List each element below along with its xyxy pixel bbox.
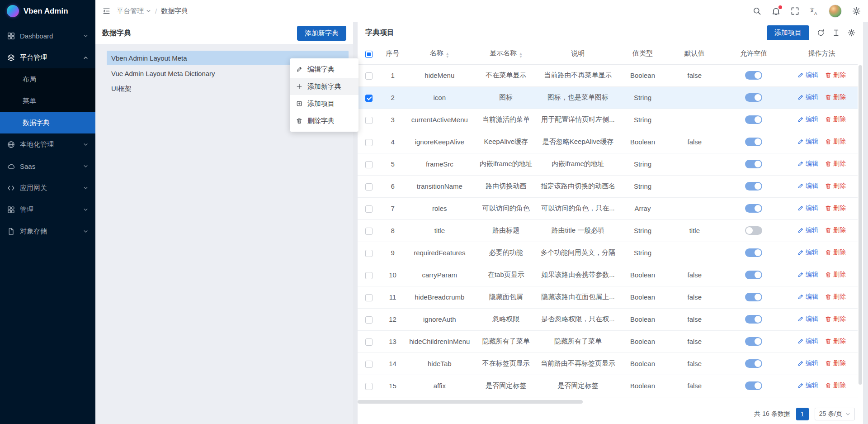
delete-button[interactable]: 删除	[825, 226, 846, 234]
allow-null-toggle[interactable]	[745, 248, 762, 257]
delete-button[interactable]: 删除	[825, 71, 846, 79]
allow-null-toggle[interactable]	[745, 182, 762, 191]
edit-button[interactable]: 编辑	[797, 359, 818, 367]
delete-button[interactable]: 删除	[825, 138, 846, 146]
delete-button[interactable]: 删除	[825, 204, 846, 212]
allow-null-toggle[interactable]	[745, 315, 762, 324]
settings-icon[interactable]	[848, 29, 855, 37]
row-checkbox[interactable]	[365, 361, 373, 368]
edit-button[interactable]: 编辑	[797, 226, 818, 234]
sort-icon[interactable]: ▲▼	[446, 52, 449, 58]
edit-button[interactable]: 编辑	[797, 337, 818, 345]
row-checkbox[interactable]	[365, 316, 373, 324]
cell-default-value: false	[667, 375, 722, 397]
allow-null-toggle[interactable]	[745, 271, 762, 279]
edit-button[interactable]: 编辑	[797, 204, 818, 212]
delete-button[interactable]: 删除	[825, 315, 846, 323]
allow-null-toggle[interactable]	[745, 115, 762, 124]
delete-button[interactable]: 删除	[825, 381, 846, 390]
row-checkbox[interactable]	[365, 294, 373, 301]
refresh-icon[interactable]	[817, 29, 825, 37]
edit-button[interactable]: 编辑	[797, 248, 818, 257]
allow-null-toggle[interactable]	[745, 337, 762, 346]
horizontal-scrollbar[interactable]	[358, 400, 858, 404]
row-checkbox[interactable]	[365, 95, 373, 102]
sidebar-subitem-menu[interactable]: 菜单	[0, 90, 95, 112]
select-all-checkbox[interactable]	[365, 51, 373, 58]
sidebar-item-platform-management[interactable]: 平台管理	[0, 47, 95, 68]
logo[interactable]: Vben Admin	[0, 0, 95, 22]
add-item-button[interactable]: 添加项目	[767, 25, 809, 40]
delete-button[interactable]: 删除	[825, 337, 846, 345]
delete-button[interactable]: 删除	[825, 160, 846, 168]
delete-button[interactable]: 删除	[825, 271, 846, 279]
bell-icon[interactable]	[772, 7, 780, 15]
allow-null-toggle[interactable]	[745, 381, 762, 390]
row-checkbox[interactable]	[365, 383, 373, 390]
add-dictionary-button[interactable]: 添加新字典	[297, 26, 346, 41]
edit-button[interactable]: 编辑	[797, 293, 818, 301]
avatar[interactable]	[829, 5, 842, 18]
delete-button[interactable]: 删除	[825, 182, 846, 190]
context-menu-item-edit-dictionary[interactable]: 编辑字典	[290, 61, 359, 78]
edit-button[interactable]: 编辑	[797, 115, 818, 124]
row-height-icon[interactable]	[832, 29, 840, 37]
edit-button[interactable]: 编辑	[797, 271, 818, 279]
edit-button[interactable]: 编辑	[797, 381, 818, 390]
column-header-display-name[interactable]: 显示名称▲▼	[474, 43, 538, 64]
row-checkbox[interactable]	[365, 72, 373, 80]
row-checkbox[interactable]	[365, 205, 373, 213]
sidebar-item-localization-management[interactable]: 本地化管理	[0, 133, 95, 155]
allow-null-toggle[interactable]	[745, 204, 762, 213]
sidebar-item-dashboard[interactable]: Dashboard	[0, 25, 95, 47]
vertical-scrollbar[interactable]	[859, 65, 862, 398]
context-menu-item-add-item[interactable]: 添加项目	[290, 95, 359, 112]
sidebar-subitem-layout[interactable]: 布局	[0, 68, 95, 90]
sidebar-item-management[interactable]: 管理	[0, 199, 95, 220]
sidebar-subitem-data-dictionary[interactable]: 数据字典	[0, 112, 95, 133]
edit-button[interactable]: 编辑	[797, 93, 818, 101]
sidebar-item-saas[interactable]: Saas	[0, 155, 95, 177]
row-checkbox[interactable]	[365, 272, 373, 279]
delete-button[interactable]: 删除	[825, 293, 846, 301]
allow-null-toggle[interactable]	[745, 93, 762, 102]
translate-icon[interactable]: 文A	[810, 7, 818, 15]
row-checkbox[interactable]	[365, 161, 373, 168]
sidebar-item-app-gateway[interactable]: 应用网关	[0, 177, 95, 199]
row-checkbox[interactable]	[365, 228, 373, 235]
allow-null-toggle[interactable]	[745, 71, 762, 80]
allow-null-toggle[interactable]	[745, 160, 762, 168]
row-checkbox[interactable]	[365, 338, 373, 346]
row-checkbox[interactable]	[365, 117, 373, 124]
horizontal-scrollbar-thumb[interactable]	[358, 400, 583, 404]
page-size-select[interactable]: 25 条/页	[815, 408, 855, 420]
fullscreen-icon[interactable]	[791, 7, 799, 15]
edit-button[interactable]: 编辑	[797, 138, 818, 146]
allow-null-toggle[interactable]	[745, 359, 762, 368]
allow-null-toggle[interactable]	[745, 138, 762, 146]
sort-icon[interactable]: ▲▼	[519, 52, 523, 58]
allow-null-toggle[interactable]	[745, 226, 762, 235]
search-icon[interactable]	[753, 7, 761, 15]
edit-button[interactable]: 编辑	[797, 182, 818, 190]
context-menu-item-add-new-dictionary[interactable]: 添加新字典	[290, 78, 359, 95]
breadcrumb-parent[interactable]: 平台管理	[117, 7, 151, 15]
row-checkbox[interactable]	[365, 183, 373, 191]
row-checkbox[interactable]	[365, 139, 373, 146]
delete-button[interactable]: 删除	[825, 248, 846, 257]
context-menu-item-delete-dictionary[interactable]: 删除字典	[290, 112, 359, 129]
sidebar-item-object-storage[interactable]: 对象存储	[0, 220, 95, 242]
delete-button[interactable]: 删除	[825, 93, 846, 101]
delete-button[interactable]: 删除	[825, 359, 846, 367]
edit-button[interactable]: 编辑	[797, 71, 818, 79]
edit-button[interactable]: 编辑	[797, 160, 818, 168]
delete-button[interactable]: 删除	[825, 115, 846, 124]
settings-icon[interactable]	[852, 7, 861, 15]
column-header-name[interactable]: 名称▲▼	[405, 43, 474, 64]
allow-null-toggle[interactable]	[745, 293, 762, 301]
page-number-button[interactable]: 1	[796, 408, 809, 420]
edit-button[interactable]: 编辑	[797, 315, 818, 323]
menu-fold-icon[interactable]	[103, 7, 110, 15]
vertical-scrollbar-thumb[interactable]	[859, 65, 862, 385]
row-checkbox[interactable]	[365, 250, 373, 257]
